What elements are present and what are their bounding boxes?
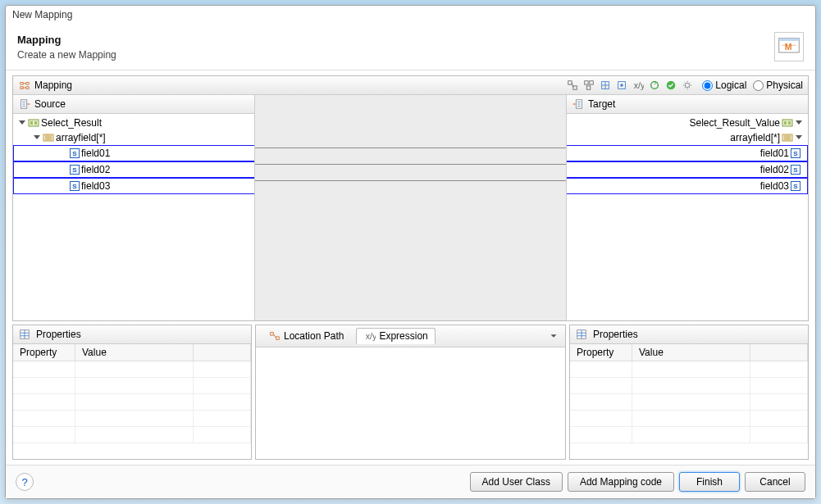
source-arrayfield-label: arrayfield[*]: [56, 132, 106, 143]
col-property: Property: [13, 344, 75, 361]
string-type-icon: S: [70, 148, 80, 158]
col-spacer: [750, 344, 808, 361]
svg-rect-1: [779, 39, 800, 42]
new-mapping-dialog: New Mapping Mapping Create a new Mapping…: [5, 5, 816, 499]
left-properties-header: Properties: [13, 325, 251, 344]
table-row[interactable]: [570, 427, 808, 443]
target-label: Target: [588, 98, 615, 110]
table-row[interactable]: [570, 378, 808, 394]
svg-rect-21: [782, 120, 792, 126]
target-field-row[interactable]: field02 S: [567, 161, 808, 178]
expand-toggle-icon[interactable]: [33, 134, 41, 142]
expand-toggle-icon[interactable]: [795, 134, 803, 142]
svg-rect-18: [34, 121, 37, 125]
mapping-panel-label: Mapping: [34, 79, 72, 91]
logical-radio-label: Logical: [715, 79, 746, 91]
target-root-row[interactable]: Select_Result_Value: [567, 116, 808, 130]
center-tabs-panel: Location Path x/y Expression: [255, 325, 566, 460]
target-tree[interactable]: Select_Result_Value arrayfield[*] field0…: [567, 114, 808, 320]
source-tree[interactable]: Select_Result arrayfield[*] S field01: [13, 114, 254, 320]
add-user-class-button[interactable]: Add User Class: [470, 472, 563, 492]
table-row[interactable]: [570, 411, 808, 427]
logical-radio-input[interactable]: [702, 80, 713, 91]
target-arrayfield-row[interactable]: arrayfield[*]: [567, 130, 808, 145]
add-mapping-code-button[interactable]: Add Mapping code: [568, 472, 674, 492]
location-path-icon: [268, 329, 281, 343]
source-arrayfield-row[interactable]: arrayfield[*]: [13, 130, 254, 145]
source-root-row[interactable]: Select_Result: [13, 116, 254, 130]
table-row[interactable]: [13, 427, 251, 443]
source-root-label: Select_Result: [41, 117, 102, 129]
tab-location-path[interactable]: Location Path: [261, 328, 351, 344]
dialog-header: Mapping Create a new Mapping M: [6, 24, 815, 70]
toolbar-validate-icon[interactable]: [664, 79, 677, 92]
table-row[interactable]: [570, 361, 808, 378]
string-type-icon: S: [791, 165, 800, 175]
toolbar-xy-icon[interactable]: x/y: [632, 79, 645, 92]
window-title: New Mapping: [6, 6, 815, 24]
toolbar-action-3-icon[interactable]: [599, 79, 612, 92]
target-pane: Target Select_Result_Value arrayfield[*]: [567, 95, 808, 320]
svg-rect-3: [568, 81, 572, 84]
svg-rect-5: [585, 81, 588, 84]
string-type-icon: S: [791, 148, 800, 158]
target-header: Target: [567, 95, 808, 114]
toolbar-action-1-icon[interactable]: [566, 79, 579, 92]
source-field-row[interactable]: S field03: [13, 178, 254, 194]
source-field-label: field02: [81, 164, 110, 175]
source-field-row[interactable]: S field01: [13, 145, 254, 161]
mapping-canvas[interactable]: [255, 95, 567, 320]
table-row[interactable]: [570, 394, 808, 411]
source-field-label: field01: [81, 148, 110, 159]
mapping-panel: Mapping x/y Logical Physical: [12, 75, 809, 321]
toolbar-action-4-icon[interactable]: [615, 79, 628, 92]
dropdown-icon[interactable]: [547, 329, 560, 343]
source-label: Source: [34, 98, 66, 110]
mapping-toolbar-left: Mapping: [18, 79, 72, 92]
svg-point-14: [686, 83, 690, 87]
expand-toggle-icon[interactable]: [18, 119, 26, 127]
toolbar-action-2-icon[interactable]: [582, 79, 595, 92]
source-field-row[interactable]: S field02: [13, 161, 254, 178]
target-field-label: field01: [760, 148, 789, 159]
tab-expression[interactable]: x/y Expression: [356, 328, 435, 344]
string-type-icon: S: [791, 181, 800, 191]
expression-editor-area[interactable]: [256, 347, 565, 459]
table-row[interactable]: [13, 378, 251, 394]
svg-point-10: [621, 84, 624, 87]
mapping-toolbar-right: x/y Logical Physical: [566, 79, 803, 92]
main-content: Mapping x/y Logical Physical: [6, 70, 815, 465]
left-properties-table[interactable]: Property Value: [13, 344, 251, 459]
source-field-label: field03: [81, 180, 110, 192]
col-property: Property: [570, 344, 632, 361]
finish-button[interactable]: Finish: [679, 472, 740, 492]
mapping-icon-small: [18, 79, 31, 92]
target-root-label: Select_Result_Value: [689, 117, 780, 129]
table-row[interactable]: [13, 394, 251, 411]
logical-radio[interactable]: Logical: [702, 79, 746, 91]
table-row[interactable]: [13, 361, 251, 378]
source-pane: Source Select_Result arrayfield[*]: [13, 95, 255, 320]
target-field-row[interactable]: field01 S: [567, 145, 808, 161]
physical-radio-input[interactable]: [753, 80, 764, 91]
array-icon: [782, 132, 793, 143]
properties-icon: [18, 328, 31, 341]
toolbar-refresh-icon[interactable]: [648, 79, 661, 92]
toolbar-gear-icon[interactable]: [681, 79, 694, 92]
help-button[interactable]: ?: [16, 473, 34, 491]
svg-rect-27: [276, 337, 280, 340]
string-type-icon: S: [70, 165, 80, 175]
target-field-row[interactable]: field03 S: [567, 178, 808, 194]
svg-rect-7: [587, 86, 591, 89]
target-field-label: field03: [760, 180, 789, 192]
expand-toggle-icon[interactable]: [795, 119, 803, 127]
view-mode-radio-group: Logical Physical: [702, 79, 803, 91]
bottom-panels: Properties Property Value: [12, 325, 809, 460]
cancel-button[interactable]: Cancel: [745, 472, 805, 492]
expression-icon: x/y: [363, 329, 376, 343]
table-row[interactable]: [13, 411, 251, 427]
right-properties-columns: Property Value: [570, 344, 808, 361]
physical-radio[interactable]: Physical: [753, 79, 803, 91]
right-properties-table[interactable]: Property Value: [570, 344, 808, 459]
target-header-icon: [572, 98, 585, 111]
